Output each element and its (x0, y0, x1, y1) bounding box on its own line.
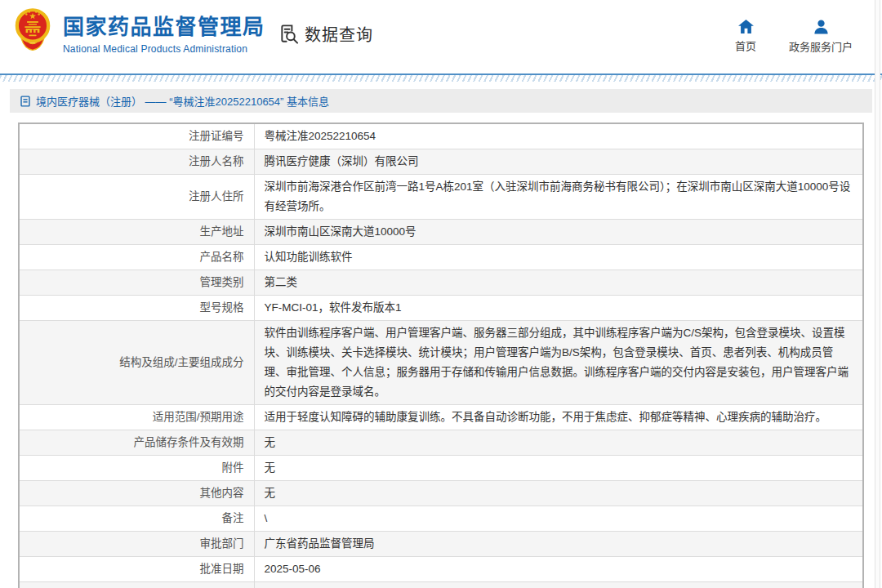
row-label: 批准日期 (19, 557, 254, 582)
table-row: 生产地址 深圳市南山区深南大道10000号 (19, 220, 863, 245)
row-value: 无 (254, 456, 863, 481)
row-label: 产品储存条件及有效期 (19, 430, 254, 456)
user-icon (813, 20, 829, 34)
table-row: 适用范围/预期用途 适用于轻度认知障碍的辅助康复训练。不具备自动诊断功能，不用于… (19, 405, 863, 430)
nav-gov-portal-label: 政务服务门户 (789, 38, 853, 54)
row-value: \ (254, 506, 863, 532)
table-row: 产品名称 认知功能训练软件 (19, 245, 863, 270)
nav-home-label: 首页 (735, 38, 756, 53)
row-value: 无 (254, 481, 863, 506)
breadcrumb-text: 境内医疗器械（注册） —— “粤械注准20252210654” 基本信息 (36, 93, 329, 109)
nav-home[interactable]: 首页 (724, 20, 768, 53)
table-row: 结构及组成/主要组成成分 软件由训练程序客户端、用户管理客户端、服务器三部分组成… (19, 321, 863, 405)
row-label: 注册证编号 (19, 123, 254, 149)
page-icon (20, 96, 30, 107)
row-value: 粤械注准20252210654 (254, 123, 863, 149)
table-row: 注册人住所 深圳市前海深港合作区前湾一路1号A栋201室（入驻深圳市前海商务秘书… (19, 175, 863, 220)
row-label: 管理类别 (19, 270, 254, 296)
table-row: 其他内容 无 (19, 481, 863, 506)
data-query-label: 数据查询 (305, 22, 373, 46)
vertical-scrollbar[interactable] (875, 0, 880, 588)
row-label: 型号规格 (19, 296, 254, 321)
row-value: 2025-05-06 (254, 582, 863, 588)
row-value: YF-MCI-01，软件发布版本1 (254, 296, 863, 321)
nmpa-logo[interactable] (14, 5, 51, 54)
row-label: 审批部门 (19, 532, 254, 557)
table-row: 注册证编号 粤械注准20252210654 (19, 123, 863, 149)
row-label: 附件 (19, 456, 254, 481)
table-row: 注册人名称 腾讯医疗健康（深圳）有限公司 (19, 149, 863, 175)
row-value: 深圳市南山区深南大道10000号 (254, 220, 863, 245)
row-label: 注册人住所 (19, 175, 254, 220)
row-value: 广东省药品监督管理局 (254, 532, 863, 557)
nav-gov-portal[interactable]: 政务服务门户 (781, 20, 861, 54)
row-label: 其他内容 (19, 481, 254, 506)
row-value: 腾讯医疗健康（深圳）有限公司 (254, 149, 863, 175)
registration-table-body: 注册证编号 粤械注准20252210654 注册人名称 腾讯医疗健康（深圳）有限… (19, 123, 863, 588)
home-icon (738, 20, 754, 33)
site-subtitle: National Medical Products Administration (63, 43, 265, 55)
row-value: 第二类 (254, 270, 863, 296)
header-hatch-band (0, 75, 882, 82)
row-label: 备注 (19, 506, 254, 532)
row-label: 适用范围/预期用途 (19, 405, 254, 430)
site-header: 国家药品监督管理局 National Medical Products Admi… (0, 0, 882, 74)
row-label: 生效日期 (19, 582, 254, 588)
row-value: 2025-05-06 (254, 557, 863, 582)
row-label: 产品名称 (19, 245, 254, 270)
document-search-icon (278, 23, 301, 45)
row-value: 适用于轻度认知障碍的辅助康复训练。不具备自动诊断功能，不用于焦虑症、抑郁症等精神… (254, 405, 863, 430)
row-label: 注册人名称 (19, 149, 254, 175)
table-row: 产品储存条件及有效期 无 (19, 430, 863, 456)
brand-block: 国家药品监督管理局 National Medical Products Admi… (63, 15, 265, 55)
site-title: 国家药品监督管理局 (63, 15, 265, 39)
registration-detail-table: 注册证编号 粤械注准20252210654 注册人名称 腾讯医疗健康（深圳）有限… (18, 122, 864, 588)
national-emblem-icon (14, 5, 51, 54)
table-row: 型号规格 YF-MCI-01，软件发布版本1 (19, 296, 863, 321)
row-value: 认知功能训练软件 (254, 245, 863, 270)
row-value: 无 (254, 430, 863, 456)
table-row: 审批部门 广东省药品监督管理局 (19, 532, 863, 557)
table-row: 附件 无 (19, 456, 863, 481)
row-value: 软件由训练程序客户端、用户管理客户端、服务器三部分组成，其中训练程序客户端为C/… (254, 321, 863, 405)
row-label: 生产地址 (19, 220, 254, 245)
breadcrumb: 境内医疗器械（注册） —— “粤械注准20252210654” 基本信息 (10, 89, 872, 113)
table-row: 生效日期 2025-05-06 (19, 582, 863, 588)
table-row: 管理类别 第二类 (19, 270, 863, 296)
table-row: 批准日期 2025-05-06 (19, 557, 863, 582)
row-value: 深圳市前海深港合作区前湾一路1号A栋201室（入驻深圳市前海商务秘书有限公司）；… (254, 175, 863, 220)
data-query-section[interactable]: 数据查询 (278, 22, 373, 46)
table-row: 备注 \ (19, 506, 863, 532)
row-label: 结构及组成/主要组成成分 (19, 321, 254, 405)
